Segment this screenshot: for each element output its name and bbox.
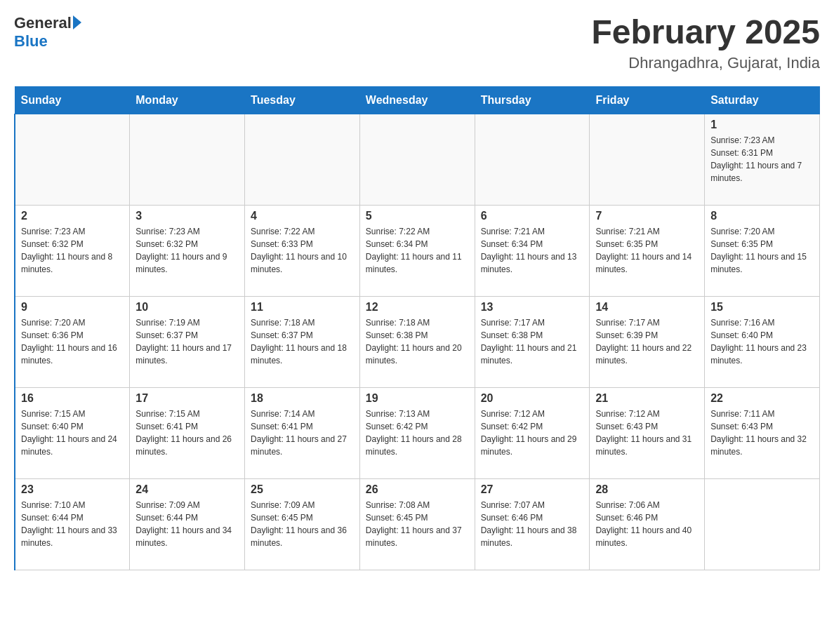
day-number: 27: [481, 483, 584, 496]
header-cell-saturday: Saturday: [705, 86, 820, 114]
day-cell: [590, 114, 705, 205]
day-cell: [705, 478, 820, 570]
day-cell: 7Sunrise: 7:21 AM Sunset: 6:35 PM Daylig…: [590, 205, 705, 296]
day-info: Sunrise: 7:23 AM Sunset: 6:32 PM Dayligh…: [135, 225, 239, 276]
day-cell: 19Sunrise: 7:13 AM Sunset: 6:42 PM Dayli…: [359, 387, 475, 478]
header-cell-thursday: Thursday: [475, 86, 590, 114]
day-info: Sunrise: 7:22 AM Sunset: 6:34 PM Dayligh…: [366, 225, 469, 276]
day-info: Sunrise: 7:06 AM Sunset: 6:46 PM Dayligh…: [595, 499, 699, 549]
day-number: 3: [135, 210, 239, 222]
header-cell-monday: Monday: [130, 86, 245, 114]
day-info: Sunrise: 7:18 AM Sunset: 6:38 PM Dayligh…: [366, 316, 469, 367]
day-cell: [15, 114, 130, 205]
day-info: Sunrise: 7:20 AM Sunset: 6:35 PM Dayligh…: [710, 225, 814, 276]
day-cell: 2Sunrise: 7:23 AM Sunset: 6:32 PM Daylig…: [15, 205, 130, 296]
day-info: Sunrise: 7:19 AM Sunset: 6:37 PM Dayligh…: [135, 316, 239, 367]
day-cell: 6Sunrise: 7:21 AM Sunset: 6:34 PM Daylig…: [475, 205, 590, 296]
day-info: Sunrise: 7:10 AM Sunset: 6:44 PM Dayligh…: [21, 499, 124, 549]
week-row-3: 16Sunrise: 7:15 AM Sunset: 6:40 PM Dayli…: [15, 387, 820, 478]
day-cell: 1Sunrise: 7:23 AM Sunset: 6:31 PM Daylig…: [705, 114, 820, 205]
day-info: Sunrise: 7:15 AM Sunset: 6:40 PM Dayligh…: [21, 408, 124, 458]
day-number: 18: [251, 392, 354, 405]
calendar-body: 1Sunrise: 7:23 AM Sunset: 6:31 PM Daylig…: [15, 114, 820, 570]
day-cell: 11Sunrise: 7:18 AM Sunset: 6:37 PM Dayli…: [245, 296, 360, 387]
day-number: 24: [135, 483, 239, 496]
day-number: 5: [366, 210, 469, 222]
day-cell: 13Sunrise: 7:17 AM Sunset: 6:38 PM Dayli…: [475, 296, 590, 387]
day-info: Sunrise: 7:17 AM Sunset: 6:38 PM Dayligh…: [481, 316, 584, 367]
day-cell: [245, 114, 360, 205]
day-number: 19: [366, 392, 469, 405]
day-cell: 23Sunrise: 7:10 AM Sunset: 6:44 PM Dayli…: [15, 478, 130, 570]
day-info: Sunrise: 7:11 AM Sunset: 6:43 PM Dayligh…: [710, 408, 814, 458]
title-block: February 2025 Dhrangadhra, Gujarat, Indi…: [591, 14, 820, 72]
calendar-table: SundayMondayTuesdayWednesdayThursdayFrid…: [14, 86, 820, 570]
day-info: Sunrise: 7:09 AM Sunset: 6:44 PM Dayligh…: [135, 499, 239, 549]
header-row: SundayMondayTuesdayWednesdayThursdayFrid…: [15, 86, 820, 114]
day-info: Sunrise: 7:23 AM Sunset: 6:31 PM Dayligh…: [710, 134, 814, 185]
calendar-subtitle: Dhrangadhra, Gujarat, India: [591, 54, 820, 72]
week-row-4: 23Sunrise: 7:10 AM Sunset: 6:44 PM Dayli…: [15, 478, 820, 570]
day-number: 17: [135, 392, 239, 405]
day-number: 1: [710, 119, 814, 131]
day-number: 13: [481, 301, 584, 314]
day-number: 16: [21, 392, 124, 405]
day-info: Sunrise: 7:22 AM Sunset: 6:33 PM Dayligh…: [251, 225, 354, 276]
day-info: Sunrise: 7:07 AM Sunset: 6:46 PM Dayligh…: [481, 499, 584, 549]
day-cell: 4Sunrise: 7:22 AM Sunset: 6:33 PM Daylig…: [245, 205, 360, 296]
header-cell-friday: Friday: [590, 86, 705, 114]
week-row-0: 1Sunrise: 7:23 AM Sunset: 6:31 PM Daylig…: [15, 114, 820, 205]
day-cell: 3Sunrise: 7:23 AM Sunset: 6:32 PM Daylig…: [130, 205, 245, 296]
day-number: 11: [251, 301, 354, 314]
day-cell: 12Sunrise: 7:18 AM Sunset: 6:38 PM Dayli…: [359, 296, 475, 387]
week-row-2: 9Sunrise: 7:20 AM Sunset: 6:36 PM Daylig…: [15, 296, 820, 387]
day-cell: 22Sunrise: 7:11 AM Sunset: 6:43 PM Dayli…: [705, 387, 820, 478]
day-cell: 17Sunrise: 7:15 AM Sunset: 6:41 PM Dayli…: [130, 387, 245, 478]
day-cell: 18Sunrise: 7:14 AM Sunset: 6:41 PM Dayli…: [245, 387, 360, 478]
calendar-header: SundayMondayTuesdayWednesdayThursdayFrid…: [15, 86, 820, 114]
day-cell: 21Sunrise: 7:12 AM Sunset: 6:43 PM Dayli…: [590, 387, 705, 478]
logo-general-text: General: [14, 14, 72, 32]
day-number: 28: [595, 483, 699, 496]
day-cell: [475, 114, 590, 205]
day-cell: 9Sunrise: 7:20 AM Sunset: 6:36 PM Daylig…: [15, 296, 130, 387]
day-info: Sunrise: 7:12 AM Sunset: 6:43 PM Dayligh…: [595, 408, 699, 458]
day-number: 22: [710, 392, 814, 405]
day-cell: 27Sunrise: 7:07 AM Sunset: 6:46 PM Dayli…: [475, 478, 590, 570]
day-number: 12: [366, 301, 469, 314]
day-number: 26: [366, 483, 469, 496]
day-number: 4: [251, 210, 354, 222]
day-number: 21: [595, 392, 699, 405]
day-number: 6: [481, 210, 584, 222]
day-number: 10: [135, 301, 239, 314]
day-number: 8: [710, 210, 814, 222]
day-cell: [359, 114, 475, 205]
day-cell: 25Sunrise: 7:09 AM Sunset: 6:45 PM Dayli…: [245, 478, 360, 570]
day-info: Sunrise: 7:21 AM Sunset: 6:35 PM Dayligh…: [595, 225, 699, 276]
day-number: 15: [710, 301, 814, 314]
day-info: Sunrise: 7:23 AM Sunset: 6:32 PM Dayligh…: [21, 225, 124, 276]
day-info: Sunrise: 7:12 AM Sunset: 6:42 PM Dayligh…: [481, 408, 584, 458]
day-cell: 8Sunrise: 7:20 AM Sunset: 6:35 PM Daylig…: [705, 205, 820, 296]
day-info: Sunrise: 7:13 AM Sunset: 6:42 PM Dayligh…: [366, 408, 469, 458]
day-info: Sunrise: 7:17 AM Sunset: 6:39 PM Dayligh…: [595, 316, 699, 367]
day-cell: 10Sunrise: 7:19 AM Sunset: 6:37 PM Dayli…: [130, 296, 245, 387]
day-number: 14: [595, 301, 699, 314]
header-cell-wednesday: Wednesday: [359, 86, 475, 114]
day-cell: 16Sunrise: 7:15 AM Sunset: 6:40 PM Dayli…: [15, 387, 130, 478]
day-cell: 5Sunrise: 7:22 AM Sunset: 6:34 PM Daylig…: [359, 205, 475, 296]
day-info: Sunrise: 7:16 AM Sunset: 6:40 PM Dayligh…: [710, 316, 814, 367]
day-cell: 28Sunrise: 7:06 AM Sunset: 6:46 PM Dayli…: [590, 478, 705, 570]
day-cell: 15Sunrise: 7:16 AM Sunset: 6:40 PM Dayli…: [705, 296, 820, 387]
day-info: Sunrise: 7:15 AM Sunset: 6:41 PM Dayligh…: [135, 408, 239, 458]
day-number: 7: [595, 210, 699, 222]
logo: General Blue: [14, 14, 81, 51]
day-info: Sunrise: 7:18 AM Sunset: 6:37 PM Dayligh…: [251, 316, 354, 367]
day-info: Sunrise: 7:09 AM Sunset: 6:45 PM Dayligh…: [251, 499, 354, 549]
day-number: 9: [21, 301, 124, 314]
day-cell: [130, 114, 245, 205]
day-cell: 14Sunrise: 7:17 AM Sunset: 6:39 PM Dayli…: [590, 296, 705, 387]
day-number: 23: [21, 483, 124, 496]
logo-arrow-icon: [73, 15, 81, 29]
header-cell-sunday: Sunday: [15, 86, 130, 114]
